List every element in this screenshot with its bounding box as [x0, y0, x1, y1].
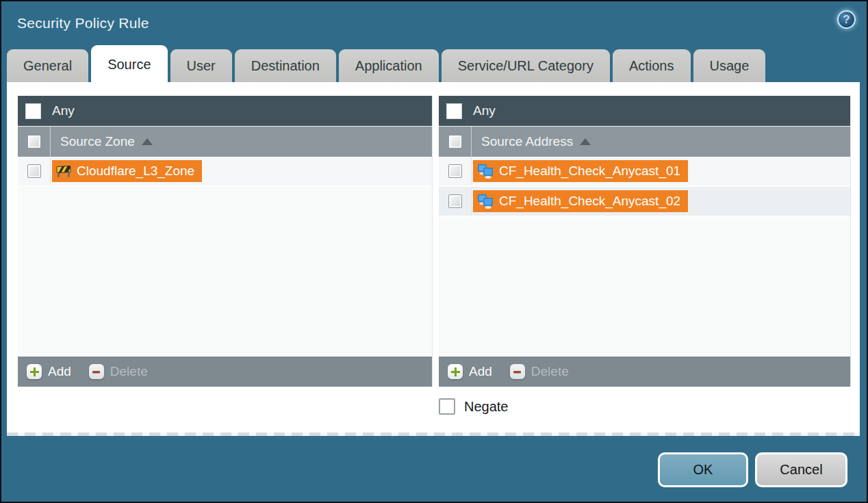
source-address-list: CF_Health_Check_Anycast_01 CF_Health_Che… [439, 157, 850, 357]
row-checkbox[interactable] [448, 194, 462, 208]
add-button[interactable]: Add [27, 364, 71, 379]
tab-actions[interactable]: Actions [613, 49, 691, 82]
resize-grip [7, 433, 860, 436]
row-checkbox-cell [439, 187, 472, 216]
address-icon [477, 194, 494, 209]
source-address-column-header[interactable]: Source Address [439, 126, 850, 157]
delete-button[interactable]: Delete [510, 364, 569, 379]
sort-ascending-icon [580, 138, 591, 145]
object-name: CF_Health_Check_Anycast_02 [499, 194, 680, 209]
negate-label: Negate [464, 399, 509, 415]
negate-checkbox[interactable] [439, 398, 455, 415]
tab-application[interactable]: Application [339, 49, 439, 82]
row-checkbox-cell [18, 157, 51, 185]
row-checkbox-cell [439, 157, 472, 185]
object-name: Cloudflare_L3_Zone [77, 164, 194, 179]
ok-button[interactable]: OK [658, 452, 748, 487]
sort-ascending-icon [142, 138, 153, 145]
dialog-title: Security Policy Rule [17, 15, 149, 31]
source-zone-any-bar: Any [18, 96, 432, 126]
tab-user[interactable]: User [170, 49, 232, 82]
any-label: Any [473, 103, 496, 118]
source-zone-panel: Any Source Zone Cloudflare_L3_Zone Add [18, 96, 433, 387]
select-all-checkbox[interactable] [448, 135, 462, 149]
tab-general[interactable]: General [7, 49, 88, 82]
source-address-any-bar: Any [439, 96, 850, 126]
address-icon [477, 164, 494, 179]
source-zone-column-header[interactable]: Source Zone [18, 126, 432, 157]
minus-icon [89, 364, 104, 379]
cancel-button[interactable]: Cancel [755, 452, 847, 487]
plus-icon [448, 364, 463, 379]
select-all-checkbox[interactable] [27, 135, 41, 149]
any-checkbox[interactable] [25, 103, 41, 119]
tab-usage[interactable]: Usage [693, 49, 766, 82]
row-checkbox[interactable] [27, 164, 41, 178]
minus-icon [510, 364, 525, 379]
tab-service-url-category[interactable]: Service/URL Category [442, 49, 610, 82]
column-title: Source Address [481, 134, 573, 149]
object-chip[interactable]: Cloudflare_L3_Zone [52, 160, 202, 182]
table-row[interactable]: CF_Health_Check_Anycast_02 [439, 187, 850, 217]
zone-icon [56, 164, 71, 178]
object-chip[interactable]: CF_Health_Check_Anycast_02 [473, 190, 688, 212]
plus-icon [27, 364, 42, 379]
tab-destination[interactable]: Destination [235, 49, 336, 82]
source-address-panel: Any Source Address CF_Health_Check_Anyca… [439, 96, 851, 387]
object-name: CF_Health_Check_Anycast_01 [499, 164, 680, 179]
help-icon[interactable]: ? [837, 10, 856, 29]
any-checkbox[interactable] [446, 103, 462, 119]
tab-bar: GeneralSourceUserDestinationApplicationS… [7, 45, 861, 82]
source-address-toolbar: Add Delete [439, 357, 850, 387]
source-zone-toolbar: Add Delete [18, 357, 432, 387]
source-zone-list: Cloudflare_L3_Zone [18, 157, 432, 357]
security-policy-rule-dialog: Security Policy Rule ? GeneralSourceUser… [0, 0, 868, 503]
table-row[interactable]: Cloudflare_L3_Zone [18, 157, 432, 187]
add-button[interactable]: Add [448, 364, 492, 379]
table-row[interactable]: CF_Health_Check_Anycast_01 [439, 157, 850, 187]
column-title: Source Zone [60, 134, 135, 149]
tab-source[interactable]: Source [91, 45, 167, 83]
any-label: Any [52, 103, 75, 118]
delete-button[interactable]: Delete [89, 364, 148, 379]
titlebar: Security Policy Rule ? [1, 1, 867, 45]
row-checkbox[interactable] [448, 164, 462, 178]
object-chip[interactable]: CF_Health_Check_Anycast_01 [473, 160, 688, 182]
dialog-content: Any Source Zone Cloudflare_L3_Zone Add [7, 82, 860, 436]
negate-row: Negate [439, 398, 509, 415]
